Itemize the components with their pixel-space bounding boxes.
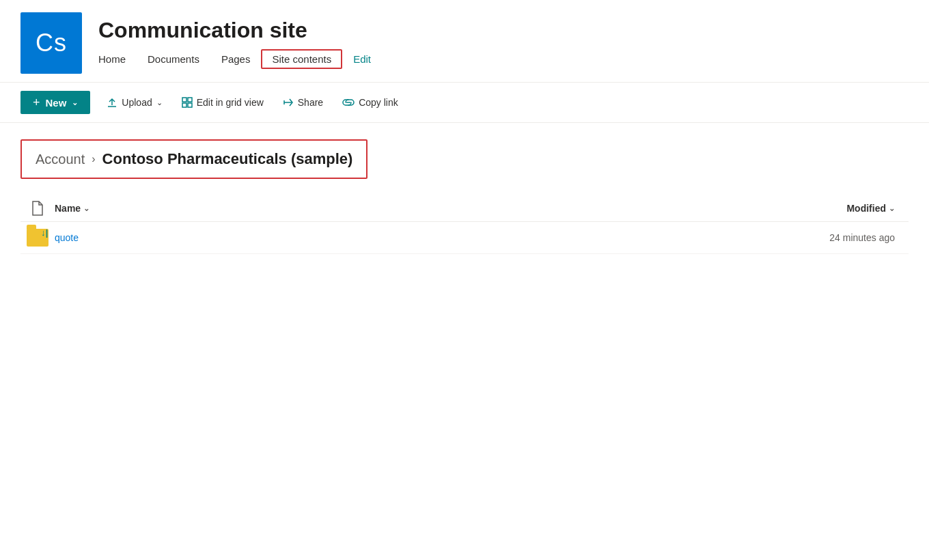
copy-link-label: Copy link xyxy=(359,97,398,108)
file-list-header: Name ⌄ Modified ⌄ xyxy=(20,195,909,222)
nav-pages[interactable]: Pages xyxy=(210,51,262,68)
svg-rect-3 xyxy=(188,98,192,102)
file-list: Name ⌄ Modified ⌄ ↓| quote 24 minutes ag… xyxy=(20,195,909,254)
file-name[interactable]: quote xyxy=(55,232,758,243)
share-label: Share xyxy=(298,97,323,108)
site-title: Communication site xyxy=(98,17,382,43)
content-area: Account › Contoso Pharmaceuticals (sampl… xyxy=(0,123,929,270)
breadcrumb-separator: › xyxy=(92,153,95,165)
upload-icon xyxy=(107,97,117,108)
edit-grid-label: Edit in grid view xyxy=(197,97,264,108)
breadcrumb: Account › Contoso Pharmaceuticals (sampl… xyxy=(20,139,368,179)
edit-grid-button[interactable]: Edit in grid view xyxy=(174,93,272,112)
upload-chevron-icon: ⌄ xyxy=(156,98,163,107)
sync-icon: ↓| xyxy=(41,227,57,238)
upload-button[interactable]: Upload ⌄ xyxy=(98,93,170,112)
modified-column-label: Modified xyxy=(846,203,886,214)
share-button[interactable]: Share xyxy=(275,93,331,112)
file-type-icon: ↓| xyxy=(20,229,55,247)
svg-rect-2 xyxy=(182,98,186,102)
new-chevron-icon: ⌄ xyxy=(72,98,78,107)
new-label: New xyxy=(46,97,67,109)
nav-documents[interactable]: Documents xyxy=(137,51,210,68)
upload-label: Upload xyxy=(122,97,152,108)
plus-icon: + xyxy=(33,96,40,109)
site-nav: Home Documents Pages Site contents Edit xyxy=(98,49,382,69)
nav-home[interactable]: Home xyxy=(98,51,137,68)
site-info: Communication site Home Documents Pages … xyxy=(98,17,382,68)
name-column-label: Name xyxy=(55,203,81,214)
site-header: Cs Communication site Home Documents Pag… xyxy=(0,0,929,83)
site-logo: Cs xyxy=(20,12,82,74)
nav-site-contents[interactable]: Site contents xyxy=(261,49,342,69)
name-sort-icon: ⌄ xyxy=(83,204,89,213)
modified-sort-icon: ⌄ xyxy=(889,204,895,213)
svg-rect-4 xyxy=(182,103,186,107)
breadcrumb-current: Contoso Pharmaceuticals (sample) xyxy=(102,150,353,168)
copy-link-icon xyxy=(342,99,355,106)
name-column-header[interactable]: Name ⌄ xyxy=(55,203,758,214)
nav-edit[interactable]: Edit xyxy=(342,51,382,68)
new-button[interactable]: + New ⌄ xyxy=(20,91,90,114)
table-row[interactable]: ↓| quote 24 minutes ago xyxy=(20,222,909,254)
file-modified: 24 minutes ago xyxy=(758,232,909,243)
breadcrumb-account[interactable]: Account xyxy=(36,152,85,167)
svg-rect-5 xyxy=(188,103,192,107)
logo-initials: Cs xyxy=(36,29,67,57)
share-icon xyxy=(283,97,294,108)
grid-icon xyxy=(182,97,193,108)
file-type-header-icon xyxy=(20,201,55,216)
copy-link-button[interactable]: Copy link xyxy=(334,93,406,112)
toolbar: + New ⌄ Upload ⌄ Edit in grid view xyxy=(0,83,929,123)
modified-column-header[interactable]: Modified ⌄ xyxy=(758,203,909,214)
